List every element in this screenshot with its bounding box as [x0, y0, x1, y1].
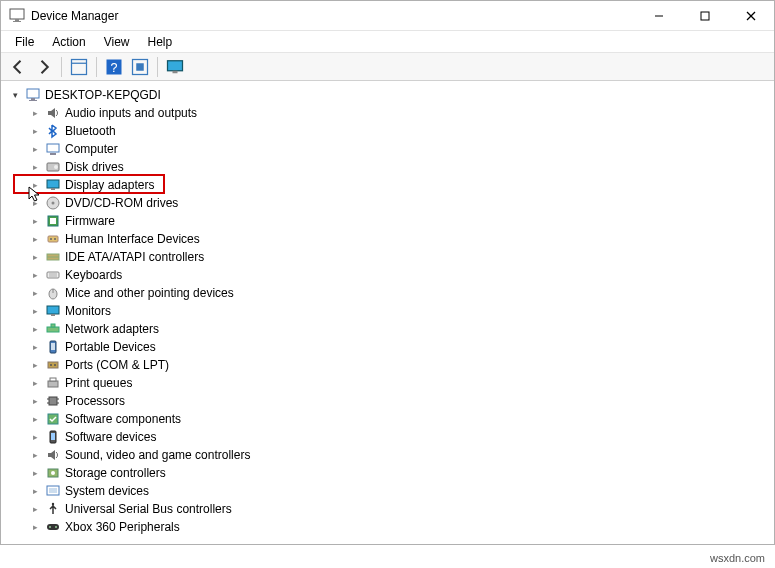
category-node[interactable]: Xbox 360 Peripherals — [27, 518, 774, 536]
category-node[interactable]: Storage controllers — [27, 464, 774, 482]
category-node[interactable]: Software devices — [27, 428, 774, 446]
monitor-button[interactable] — [164, 56, 186, 78]
menu-view[interactable]: View — [96, 33, 138, 51]
category-node[interactable]: Keyboards — [27, 266, 774, 284]
svg-rect-7 — [72, 59, 87, 74]
expander-icon[interactable] — [29, 161, 41, 173]
svg-point-30 — [54, 238, 56, 240]
svg-point-64 — [55, 526, 57, 528]
category-label: Firmware — [65, 214, 115, 228]
category-node[interactable]: Computer — [27, 140, 774, 158]
category-node[interactable]: Universal Serial Bus controllers — [27, 500, 774, 518]
category-label: Software components — [65, 412, 181, 426]
device-tree[interactable]: DESKTOP-KEPQGDI Audio inputs and outputs… — [1, 81, 774, 544]
expander-icon[interactable] — [29, 323, 41, 335]
category-node[interactable]: Audio inputs and outputs — [27, 104, 774, 122]
expander-icon[interactable] — [29, 413, 41, 425]
expander-icon[interactable] — [29, 395, 41, 407]
svg-point-61 — [52, 503, 54, 505]
menu-file[interactable]: File — [7, 33, 42, 51]
category-node[interactable]: Firmware — [27, 212, 774, 230]
category-label: System devices — [65, 484, 149, 498]
category-label: Keyboards — [65, 268, 122, 282]
category-icon — [45, 339, 61, 355]
category-icon — [45, 357, 61, 373]
scan-button[interactable] — [129, 56, 151, 78]
category-label: IDE ATA/ATAPI controllers — [65, 250, 204, 264]
category-icon — [45, 267, 61, 283]
expander-icon[interactable] — [29, 485, 41, 497]
category-node[interactable]: Network adapters — [27, 320, 774, 338]
window: Device Manager File Action View Help — [0, 0, 775, 545]
category-node[interactable]: Print queues — [27, 374, 774, 392]
category-icon — [45, 447, 61, 463]
category-node[interactable]: Software components — [27, 410, 774, 428]
window-controls — [636, 1, 774, 30]
category-label: Xbox 360 Peripherals — [65, 520, 180, 534]
category-node[interactable]: Sound, video and game controllers — [27, 446, 774, 464]
expander-icon[interactable] — [29, 269, 41, 281]
window-title: Device Manager — [31, 9, 636, 23]
svg-rect-12 — [136, 63, 144, 71]
category-node[interactable]: Bluetooth — [27, 122, 774, 140]
forward-button[interactable] — [33, 56, 55, 78]
expander-icon[interactable] — [29, 107, 41, 119]
back-button[interactable] — [7, 56, 29, 78]
root-node[interactable]: DESKTOP-KEPQGDI — [7, 86, 774, 104]
category-node[interactable]: IDE ATA/ATAPI controllers — [27, 248, 774, 266]
category-node[interactable]: Ports (COM & LPT) — [27, 356, 774, 374]
minimize-button[interactable] — [636, 1, 682, 30]
help-button[interactable]: ? — [103, 56, 125, 78]
category-label: DVD/CD-ROM drives — [65, 196, 178, 210]
category-icon — [45, 393, 61, 409]
close-button[interactable] — [728, 1, 774, 30]
expander-icon[interactable] — [29, 431, 41, 443]
expander-icon[interactable] — [29, 305, 41, 317]
category-icon — [45, 429, 61, 445]
svg-rect-33 — [47, 272, 59, 278]
svg-point-46 — [54, 364, 56, 366]
expander-icon[interactable] — [29, 503, 41, 515]
category-node[interactable]: Human Interface Devices — [27, 230, 774, 248]
expander-icon[interactable] — [29, 521, 41, 533]
category-label: Universal Serial Bus controllers — [65, 502, 232, 516]
expander-icon[interactable] — [29, 287, 41, 299]
svg-point-58 — [51, 471, 55, 475]
expander-icon[interactable] — [29, 449, 41, 461]
show-hidden-button[interactable] — [68, 56, 90, 78]
category-node[interactable]: DVD/CD-ROM drives — [27, 194, 774, 212]
expander-icon[interactable] — [9, 89, 21, 101]
svg-rect-41 — [51, 324, 55, 327]
menu-action[interactable]: Action — [44, 33, 93, 51]
category-node[interactable]: Monitors — [27, 302, 774, 320]
expander-icon[interactable] — [29, 125, 41, 137]
category-label: Portable Devices — [65, 340, 156, 354]
category-icon — [45, 213, 61, 229]
svg-rect-56 — [51, 433, 55, 440]
svg-point-63 — [49, 526, 51, 528]
expander-icon[interactable] — [29, 359, 41, 371]
expander-icon[interactable] — [29, 197, 41, 209]
expander-icon[interactable] — [29, 143, 41, 155]
category-label: Sound, video and game controllers — [65, 448, 250, 462]
svg-rect-44 — [48, 362, 58, 368]
expander-icon[interactable] — [29, 467, 41, 479]
category-label: Software devices — [65, 430, 156, 444]
menu-help[interactable]: Help — [140, 33, 181, 51]
svg-rect-15 — [27, 89, 39, 98]
expander-icon[interactable] — [29, 251, 41, 263]
expander-icon[interactable] — [29, 377, 41, 389]
menubar: File Action View Help — [1, 31, 774, 53]
category-node[interactable]: System devices — [27, 482, 774, 500]
svg-rect-38 — [47, 306, 59, 314]
category-icon — [45, 411, 61, 427]
expander-icon[interactable] — [29, 215, 41, 227]
category-node[interactable]: Mice and other pointing devices — [27, 284, 774, 302]
svg-rect-17 — [29, 100, 37, 101]
watermark: wsxdn.com — [710, 552, 765, 564]
category-node[interactable]: Processors — [27, 392, 774, 410]
expander-icon[interactable] — [29, 341, 41, 353]
category-node[interactable]: Portable Devices — [27, 338, 774, 356]
expander-icon[interactable] — [29, 233, 41, 245]
maximize-button[interactable] — [682, 1, 728, 30]
